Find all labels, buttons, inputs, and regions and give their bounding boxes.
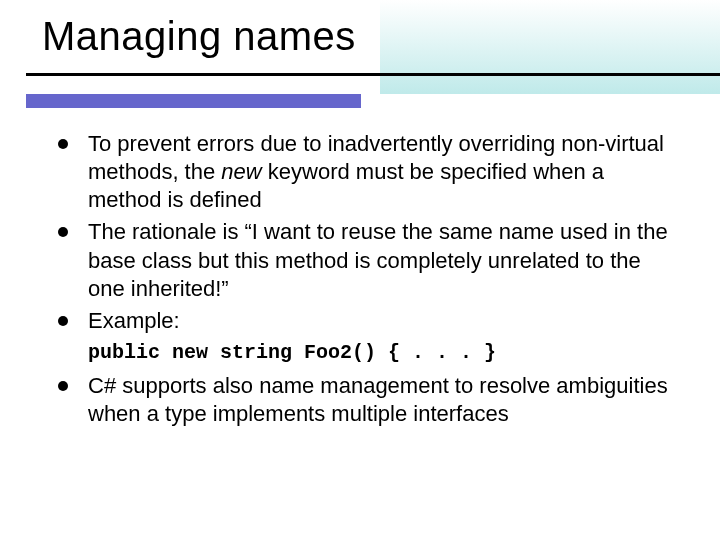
bullet-list: To prevent errors due to inadvertently o…: [58, 130, 682, 335]
list-item: C# supports also name management to reso…: [58, 372, 682, 428]
bullet-text: The rationale is “I want to reuse the sa…: [88, 219, 668, 300]
title-block: Managing names: [0, 14, 720, 76]
list-item: Example:: [58, 307, 682, 335]
accent-bar: [26, 94, 361, 108]
content-area: To prevent errors due to inadvertently o…: [58, 130, 682, 432]
bullet-text: C# supports also name management to reso…: [88, 373, 668, 426]
title-underline: [26, 73, 720, 76]
bullet-text: Example:: [88, 308, 180, 333]
list-item: The rationale is “I want to reuse the sa…: [58, 218, 682, 302]
list-item: To prevent errors due to inadvertently o…: [58, 130, 682, 214]
slide-title: Managing names: [0, 14, 720, 59]
bullet-emphasis: new: [221, 159, 261, 184]
code-example: public new string Foo2() { . . . }: [88, 341, 682, 364]
bullet-list: C# supports also name management to reso…: [58, 372, 682, 428]
